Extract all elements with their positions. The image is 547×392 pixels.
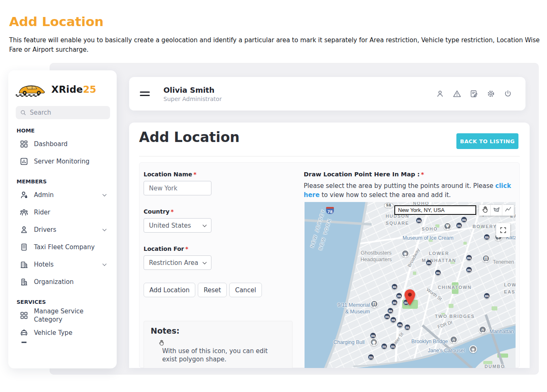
map-drawing-toolbar [479, 205, 514, 216]
cancel-button[interactable]: Cancel [229, 283, 262, 297]
map-column: Draw Location Point Here In Map :* Pleas… [304, 171, 518, 200]
sidebar-item-label: Server Monitoring [34, 157, 89, 166]
sidebar-item-label: Rider [34, 208, 50, 216]
bridge-poi-icon: ∩ [450, 336, 458, 344]
field-label: Location Name* [144, 171, 214, 178]
metro-station-icon: m [484, 293, 490, 299]
user-block[interactable]: Olivia Smith Super Administrator [163, 86, 222, 102]
metro-station-icon: m [390, 317, 396, 323]
sidebar-item-rider[interactable]: Rider [16, 204, 110, 221]
warning-icon[interactable] [453, 89, 461, 98]
divider [139, 156, 520, 156]
map-field-label: Draw Location Point Here In Map :* [304, 171, 518, 178]
metro-station-icon: m [370, 332, 376, 339]
form-left-column: Location Name*Country*United StatesLocat… [144, 171, 214, 297]
sidebar-item-organization[interactable]: Organization [16, 273, 110, 291]
location-name-input[interactable] [144, 181, 211, 195]
sidebar-item-hotels[interactable]: Hotels [16, 256, 110, 273]
sidebar-item-manage-service-category[interactable]: Manage Service Category [16, 307, 110, 324]
fullscreen-icon [499, 226, 507, 234]
search-icon [20, 109, 26, 116]
sidebar-item-label: Taxi Fleet Company [34, 243, 95, 251]
sidebar-item-admin[interactable]: Admin [16, 186, 110, 204]
add-location-button[interactable]: Add Location [144, 283, 195, 297]
hotels-icon [20, 260, 28, 269]
sidebar-item-truncated[interactable] [16, 341, 110, 350]
sidebar-item-label: Organization [34, 278, 74, 286]
menu-toggle-icon[interactable] [140, 89, 150, 98]
sidebar-item-label: Admin [34, 191, 54, 199]
sidebar-item-taxi-fleet-company[interactable]: Taxi Fleet Company [16, 238, 110, 256]
location-for-select[interactable]: Restriction Area [144, 255, 211, 270]
hand-icon [481, 206, 489, 215]
drivers-icon [20, 226, 28, 234]
sidebar-item-label: Dashboard [34, 140, 67, 148]
polyline-tool-button[interactable] [502, 205, 514, 216]
organization-icon [20, 278, 28, 286]
sidebar-item-server-monitoring[interactable]: Server Monitoring [16, 153, 110, 170]
metro-station-icon: m [396, 293, 402, 299]
metro-station-icon: m [466, 267, 472, 273]
sidebar-item-drivers[interactable]: Drivers [16, 221, 110, 238]
brand-logo[interactable]: XRide25 [16, 78, 110, 101]
dashboard-icon [20, 140, 28, 148]
map-search-input[interactable] [394, 205, 476, 215]
metro-station-icon: m [384, 313, 390, 320]
sidebar-item-dashboard[interactable]: Dashboard [16, 135, 110, 153]
nav-section-home: HOME [17, 127, 110, 134]
metro-station-icon: m [484, 234, 490, 240]
select-value: United States [149, 222, 191, 229]
form-fields: Location Name*Country*United StatesLocat… [144, 171, 214, 270]
user-icon[interactable] [436, 89, 444, 98]
country-select[interactable]: United States [144, 218, 211, 233]
road-shield-9a: 9A [384, 203, 393, 208]
brand-name: XRide25 [51, 84, 96, 95]
polygon-tool-button[interactable] [491, 205, 502, 216]
hand-cursor-icon [158, 339, 165, 346]
audit-log-icon[interactable] [470, 89, 478, 98]
reset-button[interactable]: Reset [198, 283, 227, 297]
required-asterisk: * [421, 171, 424, 178]
search-input[interactable] [30, 109, 106, 116]
settings-icon[interactable] [487, 89, 495, 98]
content-heading: Add Location [139, 129, 240, 145]
user-name: Olivia Smith [163, 86, 222, 94]
hand-tool-button[interactable] [479, 205, 491, 216]
add-location-form-panel: Location Name*Country*United StatesLocat… [139, 162, 520, 368]
user-role: Super Administrator [163, 96, 222, 102]
metro-station-icon: m [390, 343, 396, 349]
back-to-listing-button[interactable]: BACK TO LISTING [456, 133, 518, 149]
map-canvas[interactable]: NOHOHUDSON SQUARESOHOBOWERYEASMuseum of … [305, 202, 516, 368]
sidebar-search[interactable] [16, 106, 110, 119]
polygon-icon [493, 206, 500, 215]
metro-station-icon: m [397, 322, 403, 328]
notes-items: With use of this icon, you can edit exis… [151, 339, 285, 368]
nav-section-services: SERVICES [17, 299, 110, 305]
metro-station-icon: m [368, 354, 374, 360]
attraction-poi-icon: ◉ [469, 345, 477, 353]
admin-icon [20, 191, 28, 199]
service-category-icon [20, 311, 28, 320]
field-location-for: Location For*Restriction Area [144, 245, 214, 270]
note-item: With use of this icon, you can edit exis… [151, 339, 285, 364]
metro-station-icon: m [381, 343, 387, 349]
landmark-poi-icon: ● [370, 338, 378, 346]
chevron-down-icon [103, 227, 107, 231]
topbar-icons [436, 89, 512, 98]
sidebar: XRide25 HOMEDashboardServer MonitoringME… [8, 70, 117, 368]
field-label: Country* [144, 208, 214, 215]
sidebar-item-vehicle-type[interactable]: Vehicle Type [16, 324, 110, 341]
sidebar-nav: HOMEDashboardServer MonitoringMEMBERSAdm… [16, 127, 110, 350]
power-icon[interactable] [504, 89, 512, 98]
sidebar-item-label: Manage Service Category [34, 307, 108, 324]
location-marker-pin[interactable] [404, 289, 415, 305]
attraction-poi-icon: ◉ [401, 250, 409, 257]
field-country: Country*United States [144, 208, 214, 233]
page-title: Add Location [9, 14, 103, 29]
fullscreen-button[interactable] [496, 223, 510, 237]
map-base-graphic [305, 202, 516, 368]
page-description: This feature will enable you to basicall… [9, 36, 541, 55]
topbar: Olivia Smith Super Administrator [129, 77, 525, 111]
form-buttons: Add LocationResetCancel [144, 283, 214, 297]
metro-station-icon: m [461, 216, 467, 223]
